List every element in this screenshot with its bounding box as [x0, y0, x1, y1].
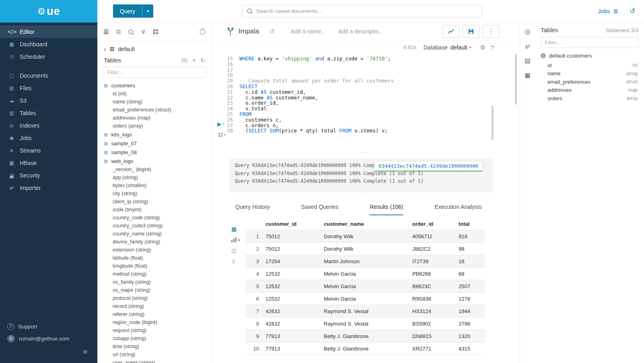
more-actions-button[interactable]: ⋮: [483, 25, 500, 38]
table-row[interactable]: 317254Martin JohnsonI72T3918: [245, 255, 485, 268]
assist-table[interactable]: ▦sample_08: [104, 148, 212, 157]
assist-column[interactable]: method (string): [104, 270, 212, 278]
hue-logo[interactable]: ⚙ ue: [0, 0, 97, 23]
assist-column[interactable]: city (string): [104, 190, 212, 198]
assist-column[interactable]: extension (string): [104, 246, 212, 254]
tab-results-106[interactable]: Results (106): [370, 204, 403, 215]
assist-column[interactable]: device_family (string): [104, 238, 212, 246]
assist-column[interactable]: client_ip (string): [104, 198, 212, 206]
assist-column[interactable]: code (tinyint): [104, 206, 212, 214]
tab-saved-queries[interactable]: Saved Queries: [301, 204, 339, 215]
schema-column[interactable]: email_preferencesstruct: [541, 78, 638, 86]
sidebar-collapse-button[interactable]: «: [0, 344, 97, 359]
table-row[interactable]: 412532Melvin GarciaPB626868: [245, 268, 485, 280]
sidebar-item-scheduler[interactable]: ◷Scheduler: [0, 50, 97, 63]
user-menu[interactable]: R romain@gethue.com: [0, 332, 97, 344]
execute-button[interactable]: ▶ ▾: [217, 121, 224, 127]
assist-column[interactable]: _version_ (bigint): [104, 165, 212, 173]
column-header[interactable]: customer_id: [265, 221, 324, 227]
jobs-link[interactable]: Jobs ≣: [598, 8, 618, 15]
assist-column[interactable]: protocol (string): [104, 294, 212, 302]
search-input[interactable]: [242, 5, 482, 17]
code-scrollbar[interactable]: [492, 105, 494, 140]
new-query-label[interactable]: Query: [113, 4, 142, 18]
editor-scrollbar[interactable]: [515, 54, 517, 105]
sidebar-item-security[interactable]: Security: [0, 169, 97, 182]
assist-table[interactable]: ▦k8s_logs: [104, 130, 212, 139]
table-row[interactable]: 612532Melvin GarciaR9S8381278: [245, 293, 485, 305]
sidebar-item-files[interactable]: ▤Files: [0, 82, 97, 94]
schedule-icon[interactable]: ▦: [525, 72, 530, 79]
resize-handle[interactable]: ⋯: [212, 192, 520, 197]
apps-icon[interactable]: [153, 29, 158, 34]
tab-query-history[interactable]: Query History: [235, 204, 270, 215]
sidebar-item-documents[interactable]: ▢Documents: [0, 69, 97, 82]
chart-view-button[interactable]: ▾: [231, 237, 240, 242]
assist-column[interactable]: os_major (string): [104, 286, 212, 294]
query-history-icon[interactable]: ↺: [630, 7, 635, 15]
assist-column[interactable]: id (int): [104, 90, 212, 98]
assist-column[interactable]: country_code3 (string): [104, 222, 212, 230]
assist-column[interactable]: os_family (string): [104, 278, 212, 286]
schema-column[interactable]: namestring: [541, 70, 638, 78]
query-description-input[interactable]: [337, 28, 387, 35]
sidebar-item-hbase[interactable]: ▩HBase: [0, 157, 97, 169]
sidebar-item-dashboard[interactable]: ▦Dashboard: [0, 38, 97, 50]
add-table-icon[interactable]: +: [192, 57, 196, 64]
functions-icon[interactable]: x²: [525, 43, 530, 50]
column-header[interactable]: customer_name: [324, 221, 412, 227]
table-filter-input[interactable]: [103, 67, 207, 78]
assist-column[interactable]: record (string): [104, 302, 212, 310]
schema-column[interactable]: addressesmap: [541, 86, 638, 95]
table-row[interactable]: 842632Raymond S. VestalBS59022798: [245, 318, 485, 330]
refresh-icon[interactable]: ↻: [200, 57, 205, 64]
active-table[interactable]: i default.customers: [541, 53, 638, 59]
schema-column[interactable]: idint: [541, 61, 638, 70]
table-row[interactable]: 742632Raymond S. VestalHS31241944: [245, 305, 485, 318]
assist-column[interactable]: name (string): [104, 98, 212, 106]
query-name-input[interactable]: [290, 28, 332, 35]
assist-column[interactable]: url (string): [104, 351, 212, 359]
assist-column[interactable]: app (string): [104, 173, 212, 182]
columns-view-icon[interactable]: ◫: [231, 248, 236, 254]
resize-handle[interactable]: ⋯: [212, 150, 520, 155]
tab-execution-analysis[interactable]: Execution Analysis: [434, 204, 481, 215]
sitemap-icon[interactable]: ⋔: [141, 28, 146, 35]
assist-column[interactable]: latitude (float): [104, 254, 212, 262]
sidebar-item-tables[interactable]: ▥Tables: [0, 107, 97, 119]
format-menu-button[interactable]: ▾: [218, 133, 226, 137]
assist-column[interactable]: country_code (string): [104, 214, 212, 222]
help-icon[interactable]: ?: [491, 44, 494, 51]
table-row[interactable]: 275012Dorothy WilkJ882C296: [245, 243, 485, 255]
assist-column[interactable]: request (string): [104, 326, 212, 334]
column-header[interactable]: order_id: [412, 221, 459, 227]
assist-table[interactable]: ▦customers: [104, 81, 212, 90]
sidebar-item-importer[interactable]: ⇄Importer: [0, 182, 97, 194]
chart-button[interactable]: [442, 25, 459, 38]
new-query-caret[interactable]: ▾: [142, 4, 153, 18]
assist-column[interactable]: orders (array): [104, 122, 212, 130]
databases-icon[interactable]: [104, 29, 109, 35]
sql-editor[interactable]: 15WHERE a.key = 'shipping' and a.zip_cod…: [212, 54, 520, 150]
assist-column[interactable]: addresses (map): [104, 114, 212, 122]
support-link[interactable]: ? Support: [0, 320, 97, 332]
assistant-icon[interactable]: ◎: [525, 27, 531, 36]
schema-column[interactable]: ordersarray: [541, 94, 638, 103]
sidebar-item-indexes[interactable]: ◎Indexes: [0, 119, 97, 132]
table-row[interactable]: 1077913Betty J. GiambroneXR27714315: [245, 342, 485, 355]
sidebar-item-editor[interactable]: </>Editor: [0, 25, 97, 38]
back-chevron-icon[interactable]: ‹: [104, 45, 106, 53]
assist-column[interactable]: longitude (float): [104, 262, 212, 270]
bag-icon[interactable]: [200, 30, 205, 34]
sidebar-item-s3[interactable]: ☁S3: [0, 94, 97, 107]
assist-column[interactable]: bytes (smallint): [104, 182, 212, 190]
assist-column[interactable]: referer (string): [104, 310, 212, 318]
save-button[interactable]: [463, 25, 479, 38]
settings-gear-icon[interactable]: ⚙: [480, 44, 486, 51]
table-row[interactable]: 175012Dorothy Wilk4056711918: [245, 230, 485, 243]
table-row[interactable]: 977913Betty J. GiambroneDN88151320: [245, 330, 485, 342]
assist-column[interactable]: country_name (string): [104, 230, 212, 238]
assist-column[interactable]: user_agent (string): [104, 359, 212, 363]
new-query-button[interactable]: Query ▾: [113, 4, 153, 18]
assist-table[interactable]: ▦web_logs: [104, 157, 212, 165]
